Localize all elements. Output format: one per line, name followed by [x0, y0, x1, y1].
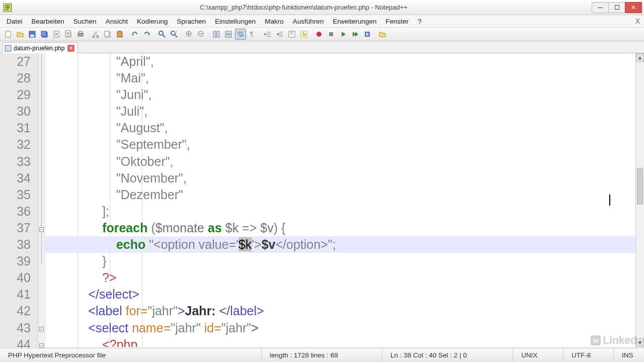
code-line[interactable]: </select> — [45, 286, 644, 303]
file-tab[interactable]: datum-pruefen.php ✕ — [2, 42, 78, 53]
func-list-icon[interactable]: fx — [298, 29, 309, 40]
menu-item[interactable]: ? — [413, 17, 426, 26]
show-symbols-icon[interactable]: ¶ — [247, 29, 258, 40]
fold-column: − − − — [38, 53, 45, 347]
file-type-icon — [5, 45, 12, 52]
code-line[interactable]: foreach ($monate as $k => $v) { — [45, 220, 644, 236]
fold-toggle-icon[interactable]: − — [39, 227, 44, 232]
macro-stop-icon[interactable] — [326, 29, 337, 40]
linkedin-icon: in — [591, 335, 601, 345]
toolbar: ¶ fx — [0, 27, 644, 41]
svg-rect-24 — [217, 31, 219, 37]
macro-play-multi-icon[interactable] — [350, 29, 361, 40]
status-language: PHP Hypertext Preprocessor file — [0, 348, 262, 362]
scroll-up-icon[interactable]: ▲ — [636, 53, 644, 62]
save-all-icon[interactable] — [39, 29, 50, 40]
line-gutter: 272829303132333435363738394041424344 — [0, 53, 38, 347]
svg-rect-26 — [225, 35, 231, 37]
status-position: Ln : 38 Col : 40 Sel : 2 | 0 — [382, 348, 513, 362]
close-all-icon[interactable] — [63, 29, 74, 40]
code-line[interactable]: echo "<option value='$k'>$v</option>"; — [45, 236, 644, 253]
paste-icon[interactable] — [114, 29, 125, 40]
save-icon[interactable] — [27, 29, 38, 40]
indent-icon[interactable] — [262, 29, 273, 40]
sync-v-icon[interactable] — [211, 29, 222, 40]
fold-toggle-icon[interactable]: − — [39, 327, 44, 331]
menu-item[interactable]: Ansicht — [101, 17, 132, 26]
code-line[interactable]: "Juni", — [45, 86, 644, 103]
code-line[interactable]: "April", — [45, 53, 644, 70]
svg-rect-4 — [30, 35, 34, 37]
menu-item[interactable]: Erweiterungen — [328, 17, 381, 26]
menu-item[interactable]: Sprachen — [172, 17, 210, 26]
svg-text:¶: ¶ — [250, 31, 253, 38]
code-line[interactable]: "Dezember" — [45, 187, 644, 203]
menu-item[interactable]: Makro — [260, 17, 288, 26]
close-file-icon[interactable] — [51, 29, 62, 40]
cut-icon[interactable] — [90, 29, 101, 40]
watermark: in Linked — [591, 334, 637, 347]
code-line[interactable]: "Oktober", — [45, 153, 644, 170]
tab-bar: datum-pruefen.php ✕ — [0, 41, 644, 53]
replace-icon[interactable] — [169, 29, 180, 40]
fold-toggle-icon[interactable]: − — [39, 343, 44, 348]
mdi-close-button[interactable]: X — [635, 17, 640, 25]
menu-item[interactable]: Ausführen — [288, 17, 329, 26]
scroll-thumb[interactable] — [637, 168, 643, 204]
find-icon[interactable] — [156, 29, 168, 40]
menu-bar: Datei Bearbeiten Suchen Ansicht Kodierun… — [0, 15, 644, 27]
plugin-icon[interactable] — [377, 29, 388, 40]
status-eol: UNIX — [513, 348, 564, 362]
outdent-icon[interactable] — [274, 29, 285, 40]
code-line[interactable]: ?> — [45, 269, 644, 286]
copy-icon[interactable] — [102, 29, 113, 40]
svg-rect-16 — [117, 32, 122, 37]
code-line[interactable]: "September", — [45, 136, 644, 153]
macro-play-icon[interactable] — [338, 29, 349, 40]
close-button[interactable]: ✕ — [625, 2, 642, 13]
code-line[interactable]: "November", — [45, 170, 644, 187]
word-wrap-icon[interactable] — [235, 29, 246, 40]
code-line[interactable]: <select name="jahr" id="jahr"> — [45, 320, 644, 336]
tab-close-icon[interactable]: ✕ — [67, 45, 74, 52]
redo-icon[interactable] — [141, 29, 152, 40]
status-bar: PHP Hypertext Preprocessor file length :… — [0, 348, 644, 362]
svg-rect-15 — [105, 31, 109, 36]
status-encoding: UTF-8 — [564, 348, 614, 362]
new-file-icon[interactable] — [3, 29, 14, 40]
doc-map-icon[interactable] — [286, 29, 297, 40]
menu-item[interactable]: Bearbeiten — [27, 17, 69, 26]
window-title: C:\xampp_php7\htdocs\php-funktionen\datu… — [15, 4, 592, 11]
macro-save-icon[interactable] — [362, 29, 373, 40]
code-line[interactable]: } — [45, 253, 644, 269]
undo-icon[interactable] — [129, 29, 140, 40]
svg-rect-2 — [6, 31, 7, 33]
app-icon — [3, 3, 12, 12]
code-line[interactable]: <label for="jahr">Jahr: </label> — [45, 303, 644, 319]
code-line[interactable]: <?php — [45, 336, 644, 347]
code-line[interactable]: "Mai", — [45, 70, 644, 86]
print-icon[interactable] — [75, 29, 86, 40]
svg-rect-34 — [5, 45, 11, 51]
scroll-down-icon[interactable]: ▼ — [636, 338, 644, 347]
zoom-out-icon[interactable] — [196, 29, 207, 40]
maximize-button[interactable]: ☐ — [608, 2, 625, 13]
minimize-button[interactable]: ─ — [592, 2, 609, 13]
vertical-scrollbar[interactable]: ▲ ▼ — [635, 53, 644, 347]
svg-rect-10 — [78, 33, 83, 36]
macro-record-icon[interactable] — [313, 29, 325, 40]
svg-point-18 — [159, 31, 163, 35]
menu-item[interactable]: Datei — [2, 17, 27, 26]
open-file-icon[interactable] — [15, 29, 26, 40]
code-line[interactable]: "August", — [45, 120, 644, 136]
menu-item[interactable]: Suchen — [69, 17, 101, 26]
code-area[interactable]: "April", "Mai", "Juni", "Juli", "August"… — [45, 53, 644, 347]
code-line[interactable]: "Juli", — [45, 103, 644, 120]
menu-item[interactable]: Einstellungen — [210, 17, 260, 26]
menu-item[interactable]: Kodierung — [132, 17, 173, 26]
zoom-in-icon[interactable] — [184, 29, 195, 40]
sync-h-icon[interactable] — [223, 29, 234, 40]
menu-item[interactable]: Fenster — [381, 17, 413, 26]
text-cursor-icon — [609, 195, 610, 206]
code-line[interactable]: ]; — [45, 203, 644, 220]
